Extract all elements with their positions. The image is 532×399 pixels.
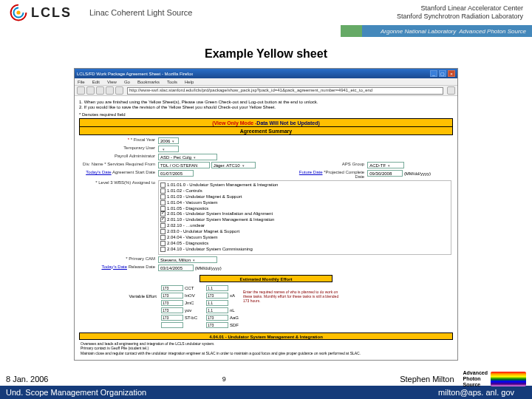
wbs-text: 2.02.10 - …unclear [167,223,205,228]
effort-input[interactable]: 173 [206,315,228,321]
wbs-item: 1.01.03 - Undulator Magnet & Support [160,194,449,200]
checkbox-icon[interactable] [160,229,166,234]
minimize-icon[interactable]: _ [430,70,437,77]
notice-2: 2. If you would like to save the revisio… [79,105,453,109]
checkbox-icon[interactable] [160,188,166,194]
effort-input[interactable]: 1.1 [206,300,228,306]
effort-name: CCT [185,285,197,291]
wbs-text: 1.01.01.0 - Undulator System Management … [167,183,278,187]
checkbox-icon[interactable] [160,247,166,252]
effort-table-2: 1.1173xA1.11.1nL173AaG173SDF [205,284,240,330]
menu-file[interactable]: File [78,80,85,84]
hdr-right-1: Stanford Linear Accelerator Center [397,4,523,13]
effort-input[interactable]: 173 [206,322,228,328]
aps-l1: Advanced [463,370,488,376]
temp-user-select[interactable] [158,146,179,152]
todays-date-link-2[interactable]: Today's Date [101,265,127,269]
window-title: LCLS/FD Work Package Agreement Sheet - M… [77,72,193,76]
swirl-icon [9,3,28,22]
menu-go[interactable]: Go [124,80,130,84]
effort-name: JmC [185,300,197,306]
logo-text: LCLS [31,5,72,21]
fiscal-year-select[interactable]: 2006 [158,137,179,144]
effort-input[interactable]: 1.1 [206,307,228,313]
address-bar[interactable]: http://www-ssrl.slac.stanford.edu/lcls/p… [127,87,443,95]
effort-input[interactable]: 173 [161,285,183,291]
primary-cam-select[interactable]: Stevens, Milton [158,256,217,263]
wbs-text: 1.01.02 - Controls [167,188,202,193]
lcls-logo: LCLS [9,3,72,22]
wbs-text: 2.04.05 - Diagnostics [167,241,208,245]
release-date-field[interactable]: 03/14/2005 [158,265,194,271]
mode-banner: (View Only Mode - Data Will Not be Updat… [79,118,453,127]
close-icon[interactable]: × [448,70,455,77]
menu-view[interactable]: View [107,80,117,84]
future-date-link[interactable]: Future Date [299,170,323,174]
effort-input[interactable]: 173 [161,315,183,321]
wbs-text: 1.01.04 - Vacuum System [167,200,218,205]
payroll-select[interactable]: ASD - Pec Colg [158,154,217,160]
browser-window: LCLS/FD Work Package Agreement Sheet - M… [74,68,458,361]
todays-date-link[interactable]: Today's Date [86,170,112,174]
browser-titlebar: LCLS/FD Work Package Agreement Sheet - M… [75,69,457,78]
div-name-field: TDL / OC-STEFAN [158,162,210,168]
effort-input[interactable]: 173 [161,293,183,299]
header-right: Stanford Linear Accelerator Center Stanf… [397,4,523,21]
browser-menu[interactable]: File Edit View Go Bookmarks Tools Help [75,78,457,86]
temp-user-label: Temporary User [79,145,157,153]
menu-bookmarks[interactable]: Bookmarks [137,80,160,84]
argonne-band: Argonne National Laboratory Advanced Pho… [0,25,532,37]
spectrum-icon [491,372,526,386]
wbs-item: 2.01.10 - Undulator System Management & … [160,217,449,223]
checkbox-icon[interactable] [160,241,166,246]
svg-point-0 [16,10,20,14]
agreement-summary-title: Agreement Summary [79,127,453,135]
page-title: Example Yellow sheet [0,47,532,61]
start-date-field[interactable]: 01/07/2005 [158,170,194,177]
effort-name: InOV [185,293,197,299]
wbs-item: 2.02.10 - …unclear [160,223,449,229]
variable-effort-label: Variable Effort [79,284,157,299]
aps-group-select[interactable]: ACD-TF [367,162,404,168]
menu-help[interactable]: Help [185,80,194,84]
wbs-item: 1.01.04 - Vacuum System [160,200,449,206]
menu-edit[interactable]: Edit [92,80,100,84]
checkbox-icon[interactable] [160,200,166,205]
aps-l3: Source [463,382,488,388]
stop-button[interactable] [106,86,114,95]
slide-footer: 8 Jan. 2006 9 Stephen Milton Advanced Ph… [0,372,532,399]
checkbox-icon[interactable] [160,223,166,228]
aps-group-label: APS Group [288,161,366,169]
maximize-icon[interactable]: ▢ [439,70,446,77]
forward-button[interactable] [86,86,95,95]
effort-input[interactable] [161,322,183,328]
effort-input[interactable]: 173 [206,293,228,299]
div-select[interactable]: Jäger. ATC10 [211,162,256,168]
effort-name [185,322,197,329]
checkbox-icon[interactable] [160,183,166,188]
wbs-text: 2.03.0 - Undulator Magnet & Support [167,229,239,233]
effort-name [230,300,239,306]
estimates-title: Estimated Monthly Effort [200,275,332,282]
checkbox-icon[interactable] [160,194,166,200]
argonne-lab: Argonne National Laboratory [381,28,456,35]
checkbox-icon[interactable] [160,217,166,222]
task-body: Oversees and leads all engineering and i… [79,340,453,358]
aps-l2: Photon [463,376,488,382]
complete-date-field[interactable]: 09/30/2008 [367,170,403,177]
required-note: * Denotes required field [79,112,453,117]
effort-input[interactable]: 1.1 [206,285,228,291]
back-button[interactable] [77,86,85,95]
effort-input[interactable]: 173 [161,300,183,306]
effort-input[interactable]: 173 [161,307,183,313]
footer-date: 8 Jan. 2006 [6,375,49,383]
footer-org: Und. Scope Management Organization [6,388,146,397]
effort-table: 173CCT173InOV173JmC173yov173ST-bC [160,284,199,330]
checkbox-icon[interactable] [160,235,166,240]
go-button[interactable] [447,86,455,95]
wbs-item: 2.03.0 - Undulator Magnet & Support [160,229,449,235]
reload-button[interactable] [96,86,104,95]
home-button[interactable] [115,86,123,95]
menu-tools[interactable]: Tools [167,80,177,84]
payroll-label: Payroll Administrator [79,153,157,161]
